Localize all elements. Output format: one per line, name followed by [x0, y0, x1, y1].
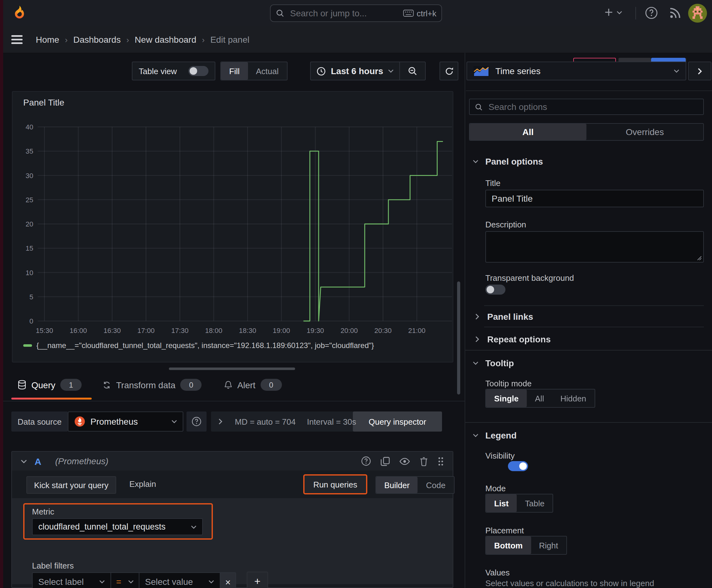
- panel-options-header[interactable]: Panel options: [473, 156, 543, 166]
- panel-links-header[interactable]: Panel links: [475, 312, 533, 322]
- mega-menu-icon[interactable]: [11, 35, 23, 44]
- time-range-label: Last 6 hours: [331, 66, 383, 76]
- panel-resize-handle[interactable]: [169, 368, 295, 370]
- tab-all[interactable]: All: [470, 124, 586, 140]
- tooltip-hidden-option[interactable]: Hidden: [552, 390, 594, 407]
- mode-label: Mode: [486, 484, 506, 493]
- tab-transform[interactable]: Transform data 0: [102, 379, 202, 391]
- search-options-input[interactable]: [487, 101, 698, 112]
- svg-text:21:00: 21:00: [408, 327, 425, 335]
- search-input[interactable]: [289, 7, 400, 19]
- svg-text:15:30: 15:30: [36, 327, 53, 335]
- query-help-icon[interactable]: [361, 456, 371, 466]
- query-ref-id[interactable]: A: [35, 456, 41, 466]
- search-icon: [475, 103, 483, 111]
- chevron-down-icon: [99, 580, 105, 584]
- transparent-bg-label: Transparent background: [486, 273, 574, 283]
- breadcrumb-new-dashboard[interactable]: New dashboard: [135, 35, 196, 45]
- fill-option[interactable]: Fill: [221, 62, 248, 80]
- tab-overrides[interactable]: Overrides: [586, 124, 703, 140]
- remove-filter-button[interactable]: ×: [220, 572, 236, 588]
- chevron-down-icon[interactable]: [21, 459, 27, 463]
- chevron-down-icon: [617, 10, 622, 14]
- search-options-field[interactable]: [469, 99, 704, 115]
- legend-placement-switch: Bottom Right: [486, 536, 567, 555]
- avatar[interactable]: [688, 4, 707, 23]
- query-datasource-hint: (Prometheus): [55, 456, 109, 466]
- transparent-bg-toggle[interactable]: [486, 285, 505, 295]
- query-row-header[interactable]: A (Prometheus): [12, 452, 453, 470]
- select-value-placeholder: Select value: [145, 577, 193, 587]
- legend-header[interactable]: Legend: [473, 430, 517, 440]
- builder-option[interactable]: Builder: [376, 477, 418, 493]
- delete-query-icon[interactable]: [419, 456, 428, 466]
- kick-start-button[interactable]: Kick start your query: [26, 476, 116, 494]
- resize-corner-icon[interactable]: [697, 256, 702, 261]
- toggle-visibility-icon[interactable]: [399, 457, 410, 465]
- grafana-logo-icon[interactable]: [11, 5, 28, 21]
- tooltip-single-option[interactable]: Single: [486, 390, 527, 407]
- topnav-divider: [635, 7, 636, 19]
- label-filters-label: Label filters: [32, 561, 74, 570]
- breadcrumb-separator-icon: ›: [59, 35, 73, 44]
- add-filter-button[interactable]: +: [247, 572, 268, 588]
- mode-table-option[interactable]: Table: [517, 495, 553, 512]
- breadcrumb-dashboards[interactable]: Dashboards: [73, 35, 121, 45]
- chevron-right-icon: [218, 418, 222, 425]
- repeat-options-header[interactable]: Repeat options: [475, 334, 551, 344]
- tab-query[interactable]: Query 1: [18, 379, 82, 391]
- table-view-toggle[interactable]: [188, 66, 209, 76]
- panel-title-input[interactable]: [486, 190, 703, 207]
- code-option[interactable]: Code: [418, 477, 454, 493]
- explain-label: Explain: [129, 479, 156, 489]
- placement-label: Placement: [486, 526, 524, 535]
- database-icon: [18, 380, 26, 390]
- placement-right-option[interactable]: Right: [531, 537, 566, 554]
- add-new-button[interactable]: [604, 7, 622, 17]
- news-rss-icon[interactable]: [669, 7, 681, 19]
- visibility-toggle[interactable]: [508, 461, 528, 471]
- breadcrumb: Home › Dashboards › New dashboard › Edit…: [36, 26, 249, 53]
- svg-text:40: 40: [26, 123, 33, 131]
- breadcrumb-home[interactable]: Home: [36, 35, 59, 45]
- operator-dropdown[interactable]: =: [110, 572, 139, 588]
- expand-viz-button[interactable]: [688, 62, 711, 80]
- refresh-button[interactable]: [439, 62, 458, 80]
- transform-icon: [102, 380, 111, 389]
- chevron-down-icon: [191, 525, 196, 529]
- datasource-picker[interactable]: Prometheus: [68, 412, 184, 432]
- legend-item[interactable]: {__name__="cloudflared_tunnel_total_requ…: [23, 341, 374, 350]
- top-nav: ctrl+k: [0, 0, 712, 27]
- tab-alert[interactable]: Alert 0: [224, 379, 282, 391]
- query-inspector-button[interactable]: Query inspector: [353, 412, 442, 432]
- tooltip-all-option[interactable]: All: [527, 390, 552, 407]
- mode-list-option[interactable]: List: [486, 495, 517, 512]
- svg-text:20:30: 20:30: [374, 327, 391, 335]
- time-range-group: Last 6 hours: [310, 62, 426, 80]
- zoom-out-icon[interactable]: [400, 62, 425, 80]
- metric-select[interactable]: cloudflared_tunnel_total_requests: [32, 518, 203, 535]
- visualization-picker[interactable]: Time series: [467, 62, 686, 80]
- select-value-dropdown[interactable]: Select value: [139, 572, 220, 588]
- time-range-picker[interactable]: Last 6 hours: [311, 62, 400, 80]
- description-label: Description: [486, 220, 526, 229]
- duplicate-query-icon[interactable]: [381, 456, 390, 466]
- divider: [484, 305, 704, 306]
- datasource-help-button[interactable]: [187, 412, 207, 432]
- tab-alert-count: 0: [261, 379, 282, 391]
- query-inspector-label: Query inspector: [369, 417, 426, 426]
- actual-option[interactable]: Actual: [248, 62, 287, 80]
- keyboard-icon: [403, 9, 413, 17]
- editor-tabs: Query 1 Transform data 0 Alert 0: [0, 374, 465, 401]
- select-label-dropdown[interactable]: Select label: [32, 572, 111, 588]
- run-queries-button[interactable]: Run queries: [313, 480, 357, 489]
- description-textarea[interactable]: [486, 232, 703, 262]
- query-builder-section: Metric cloudflared_tunnel_total_requests…: [12, 498, 453, 584]
- refresh-icon: [444, 66, 454, 76]
- tooltip-header[interactable]: Tooltip: [473, 358, 514, 368]
- chevron-down-icon: [209, 580, 214, 584]
- drag-handle-icon[interactable]: [438, 456, 444, 466]
- help-icon[interactable]: [645, 6, 658, 19]
- placement-bottom-option[interactable]: Bottom: [486, 537, 531, 554]
- global-search[interactable]: ctrl+k: [270, 4, 442, 22]
